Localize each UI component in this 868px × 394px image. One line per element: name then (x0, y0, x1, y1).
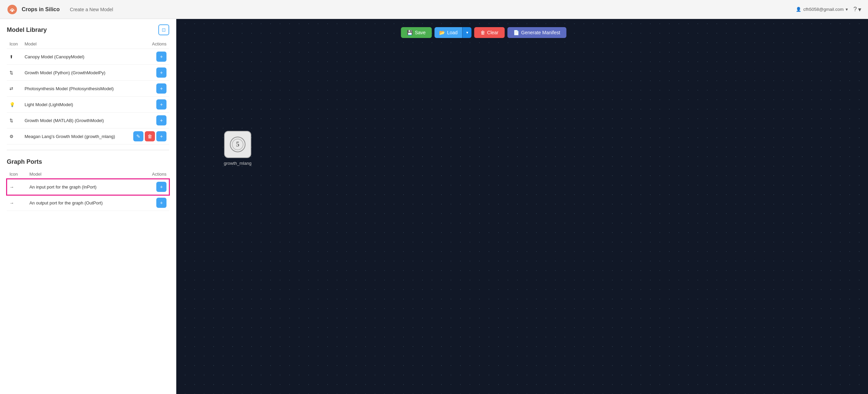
model-icon: ⇄ (7, 81, 22, 97)
model-actions: + (127, 65, 169, 81)
navbar-right: 👤 cfh5058@gmail.com ▾ ? ▾ (796, 6, 861, 13)
user-menu[interactable]: 👤 cfh5058@gmail.com ▾ (796, 7, 848, 12)
model-icon: 💡 (7, 97, 22, 113)
collapse-model-library-button[interactable]: ⊡ (158, 24, 169, 35)
app-title: Crops in Silico (22, 6, 60, 13)
model-table-header-row: Icon Model Actions (7, 39, 169, 49)
canvas-toolbar: 💾 Save 📂 Load ▾ 🗑 Clear 📄 Generate Manif… (401, 27, 566, 38)
chevron-down-icon: ▾ (846, 7, 848, 12)
port-name: An output port for the graph (OutPort) (27, 195, 141, 211)
load-button[interactable]: 📂 Load (434, 27, 462, 38)
manifest-icon: 📄 (513, 30, 519, 35)
collapse-icon: ⊡ (162, 27, 166, 33)
model-actions: ✎🗑+ (127, 129, 169, 144)
col-icon-header: Icon (7, 170, 27, 179)
add-model-button[interactable]: + (156, 52, 166, 62)
user-icon: 👤 (796, 7, 801, 12)
col-actions-header: Actions (140, 170, 169, 179)
model-name: Canopy Model (CanopyModel) (22, 49, 127, 65)
model-library-table: Icon Model Actions ⬆Canopy Model (Canopy… (7, 39, 169, 144)
app-logo (7, 4, 18, 15)
add-port-button[interactable]: + (156, 198, 166, 208)
model-icon: ⬆ (7, 49, 22, 65)
generate-manifest-button[interactable]: 📄 Generate Manifest (507, 27, 566, 38)
ports-table-header-row: Icon Model Actions (7, 170, 169, 179)
svg-point-1 (11, 10, 13, 12)
add-model-button[interactable]: + (156, 67, 166, 78)
chevron-down-icon: ▾ (858, 6, 861, 13)
load-dropdown-button[interactable]: ▾ (462, 27, 472, 38)
add-model-button[interactable]: + (156, 115, 166, 125)
model-actions: + (127, 113, 169, 129)
node-icon-box: 5 (224, 131, 251, 158)
user-email: cfh5058@gmail.com (803, 7, 844, 12)
chevron-down-icon: ▾ (466, 30, 468, 35)
add-port-button[interactable]: + (156, 182, 166, 192)
model-library-header: Model Library ⊡ (7, 24, 169, 35)
question-icon: ? (853, 6, 857, 13)
port-actions: + (140, 195, 169, 211)
model-actions: + (127, 81, 169, 97)
port-row: →An output port for the graph (OutPort)+ (7, 195, 169, 211)
add-model-button[interactable]: + (156, 99, 166, 110)
port-row: →An input port for the graph (InPort)+ (7, 179, 169, 195)
model-row: ⇄Photosynthesis Model (PhotosynthesisMod… (7, 81, 169, 97)
model-name: Meagan Lang's Growth Model (growth_mlang… (22, 129, 127, 144)
canvas-node-growth-mlang[interactable]: 5 growth_mlang (224, 131, 252, 166)
graph-ports-header: Graph Ports (7, 158, 169, 165)
model-actions: + (127, 97, 169, 113)
delete-model-button[interactable]: 🗑 (145, 131, 155, 141)
col-model-header: Model (27, 170, 141, 179)
port-icon: → (7, 179, 27, 195)
clear-icon: 🗑 (480, 30, 485, 35)
svg-text:5: 5 (236, 140, 239, 148)
page-title: Create a New Model (70, 7, 113, 12)
add-model-button[interactable]: + (156, 83, 166, 94)
port-name: An input port for the graph (InPort) (27, 179, 141, 195)
col-actions-header: Actions (127, 39, 169, 49)
clear-button[interactable]: 🗑 Clear (474, 27, 505, 38)
col-icon-header: Icon (7, 39, 22, 49)
load-icon: 📂 (439, 30, 445, 35)
section-divider (7, 150, 169, 150)
load-button-group: 📂 Load ▾ (434, 27, 471, 38)
col-model-header: Model (22, 39, 127, 49)
add-model-button[interactable]: + (156, 131, 166, 141)
port-actions: + (140, 179, 169, 195)
model-row: ⇅Growth Model (Python) (GrowthModelPy)+ (7, 65, 169, 81)
model-icon: ⇅ (7, 113, 22, 129)
model-name: Growth Model (MATLAB) (GrowthModel) (22, 113, 127, 129)
model-row: ⚙Meagan Lang's Growth Model (growth_mlan… (7, 129, 169, 144)
model-library-section: Model Library ⊡ Icon Model Actions ⬆Cano… (0, 19, 176, 147)
svg-point-0 (7, 5, 17, 14)
graph-ports-section: Graph Ports Icon Model Actions →An input… (0, 153, 176, 214)
model-row: ⬆Canopy Model (CanopyModel)+ (7, 49, 169, 65)
model-name: Light Model (LightModel) (22, 97, 127, 113)
model-row: ⇅Growth Model (MATLAB) (GrowthModel)+ (7, 113, 169, 129)
model-icon: ⚙ (7, 129, 22, 144)
save-button[interactable]: 💾 Save (401, 27, 432, 38)
port-icon: → (7, 195, 27, 211)
edit-model-button[interactable]: ✎ (133, 131, 143, 141)
model-icon: ⇅ (7, 65, 22, 81)
model-name: Growth Model (Python) (GrowthModelPy) (22, 65, 127, 81)
model-actions: + (127, 49, 169, 65)
node-label: growth_mlang (224, 161, 252, 166)
model-library-title: Model Library (7, 26, 47, 34)
model-row: 💡Light Model (LightModel)+ (7, 97, 169, 113)
help-menu[interactable]: ? ▾ (853, 6, 861, 13)
navbar: Crops in Silico Create a New Model 👤 cfh… (0, 0, 868, 19)
sidebar: Model Library ⊡ Icon Model Actions ⬆Cano… (0, 19, 176, 394)
graph-ports-title: Graph Ports (7, 158, 42, 165)
save-icon: 💾 (407, 30, 413, 35)
model-name: Photosynthesis Model (PhotosynthesisMode… (22, 81, 127, 97)
graph-ports-table: Icon Model Actions →An input port for th… (7, 170, 169, 211)
